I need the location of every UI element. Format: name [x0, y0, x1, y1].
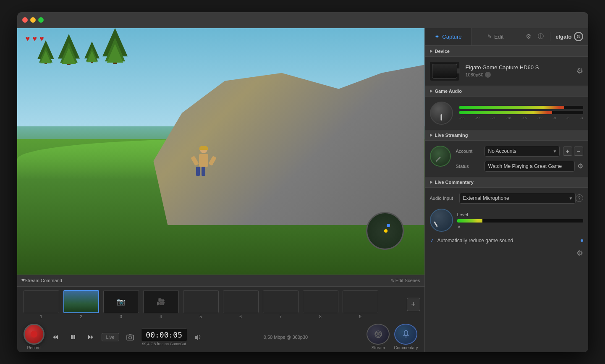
left-panel: ♥ ♥ ♥ Stream Command ✎ Edit Scenes: [17, 28, 424, 352]
add-scene-button[interactable]: +: [407, 298, 420, 311]
auto-reduce-row: ✓ Automatically reduce game sound: [430, 236, 583, 245]
info-button[interactable]: ⓘ: [535, 31, 547, 42]
heart-2: ♥: [32, 34, 37, 43]
device-settings-button[interactable]: ⚙: [576, 66, 583, 76]
scene-thumb-2[interactable]: [63, 290, 99, 313]
commentary-button[interactable]: [394, 324, 417, 345]
scene-item-5[interactable]: 5: [181, 290, 221, 319]
tree-3: [84, 42, 100, 63]
level-meter-arrow: ▲: [457, 224, 583, 228]
settings-button[interactable]: ⚙: [522, 31, 534, 42]
account-select[interactable]: No Accounts: [485, 146, 560, 157]
scene-item-8[interactable]: 8: [301, 290, 340, 319]
level-row: Level ▲: [430, 209, 583, 232]
audio-input-help-button[interactable]: ?: [576, 194, 583, 202]
status-input[interactable]: [485, 161, 575, 172]
collapse-icon[interactable]: [21, 279, 25, 282]
commentary-settings-button[interactable]: ⚙: [576, 249, 583, 258]
volume-button[interactable]: [191, 333, 205, 342]
tree-crown-1: [37, 40, 54, 59]
trees: [37, 40, 123, 64]
scene-item-2[interactable]: 2: [61, 290, 101, 319]
audio-input-row: Audio Input External Microphone ▼ ?: [430, 193, 583, 204]
scene-thumb-4[interactable]: 🎥: [143, 290, 179, 313]
play-pause-button[interactable]: [66, 333, 80, 342]
account-field-container: Account No Accounts ▼ +: [456, 146, 583, 157]
live-streaming-section-content: Account No Accounts ▼ +: [425, 141, 588, 177]
scene-thumb-1[interactable]: [24, 290, 59, 313]
scene-item-9[interactable]: 9: [340, 290, 380, 319]
remove-account-button[interactable]: −: [574, 147, 583, 156]
commentary-level-knob[interactable]: [430, 209, 453, 232]
scene-item-3[interactable]: 📷 3: [101, 290, 141, 319]
status-label: Status: [456, 164, 481, 169]
scene-thumb-6[interactable]: [223, 290, 259, 313]
record-indicator: [31, 331, 37, 338]
scene-thumb-8[interactable]: [303, 290, 338, 313]
scene-thumb-7[interactable]: [263, 290, 299, 313]
scene-item-1[interactable]: 1: [21, 290, 61, 319]
scene-item-6[interactable]: 6: [221, 290, 261, 319]
svg-rect-0: [71, 335, 73, 339]
scenes-row: 1 2 📷 3: [17, 287, 424, 322]
scene-num-7: 7: [279, 314, 282, 319]
live-streaming-collapse-icon[interactable]: [430, 134, 432, 137]
status-field-container: Status ⚙: [456, 161, 583, 172]
live-commentary-collapse-icon[interactable]: [430, 181, 432, 184]
game-audio-knob[interactable]: [430, 102, 453, 125]
right-sidebar: ✦ Capture ✎ Edit ⚙ ⓘ: [424, 28, 588, 352]
auto-reduce-checkmark: ✓: [430, 238, 434, 244]
audio-input-label: Audio Input: [430, 196, 459, 201]
tabs-area: ✦ Capture ✎ Edit: [425, 28, 519, 45]
record-container: Record: [24, 324, 45, 350]
device-name: Elgato Game Capture HD60 S: [466, 64, 570, 71]
streaming-form: Account No Accounts ▼ +: [456, 146, 583, 172]
scene-thumb-3[interactable]: 📷: [103, 290, 139, 313]
meter-fill-2: [459, 111, 552, 114]
char-right-leg: [202, 167, 205, 176]
fast-forward-button[interactable]: [84, 333, 97, 342]
record-button[interactable]: [24, 324, 45, 345]
heart-3: ♥: [39, 34, 44, 43]
scene-item-4[interactable]: 🎥 4: [141, 290, 181, 319]
game-audio-collapse-icon[interactable]: [430, 89, 432, 93]
add-scene-icon: +: [411, 300, 416, 309]
traffic-lights: [22, 17, 44, 23]
device-collapse-icon[interactable]: [430, 50, 432, 53]
camera-icon-4: 🎥: [157, 298, 165, 306]
char-hair: [199, 146, 208, 150]
add-account-button[interactable]: +: [563, 147, 572, 156]
minimap-waypoint-dot: [387, 224, 390, 227]
maximize-button[interactable]: [38, 17, 44, 23]
live-button[interactable]: Live: [102, 333, 119, 341]
status-wrench-button[interactable]: ⚙: [577, 162, 583, 170]
meter-label-9: -9: [553, 116, 556, 120]
device-info: Elgato Game Capture HD60 S 1080p60 i: [466, 64, 570, 78]
streaming-content: Account No Accounts ▼ +: [430, 146, 583, 172]
tab-capture[interactable]: ✦ Capture: [425, 28, 472, 45]
resolution-info-icon[interactable]: i: [485, 72, 491, 78]
live-streaming-section-title: Live Streaming: [435, 133, 468, 138]
screenshot-button[interactable]: [123, 333, 137, 342]
sidebar-scrollable[interactable]: Device Elgato Game Capture HD60 S 1080p6…: [425, 46, 588, 352]
scene-thumb-9[interactable]: [343, 290, 378, 313]
tab-edit[interactable]: ✎ Edit: [472, 28, 519, 45]
meter-labels: -36 -27 -21 -18 -15 -12 -9 -6 -3: [459, 116, 583, 120]
device-section-content: Elgato Game Capture HD60 S 1080p60 i ⚙: [425, 57, 588, 86]
char-head: [200, 146, 207, 153]
scene-thumb-5[interactable]: [183, 290, 219, 313]
scene-item-7[interactable]: 7: [261, 290, 301, 319]
sidebar-top-bar: ✦ Capture ✎ Edit ⚙ ⓘ: [425, 28, 588, 46]
edit-scenes-button[interactable]: ✎ Edit Scenes: [390, 278, 420, 283]
capture-label: Capture: [442, 34, 461, 40]
audio-input-select-container: External Microphone ▼: [459, 193, 576, 204]
streaming-knob[interactable]: [430, 146, 451, 167]
minimize-button[interactable]: [30, 17, 36, 23]
audio-input-select[interactable]: External Microphone: [459, 193, 576, 204]
close-button[interactable]: [22, 17, 28, 23]
account-plus-minus: + −: [563, 147, 583, 156]
scene-num-9: 9: [359, 314, 361, 319]
device-section-header: Device: [425, 46, 588, 57]
stream-button[interactable]: [367, 324, 390, 345]
rewind-button[interactable]: [49, 333, 62, 342]
